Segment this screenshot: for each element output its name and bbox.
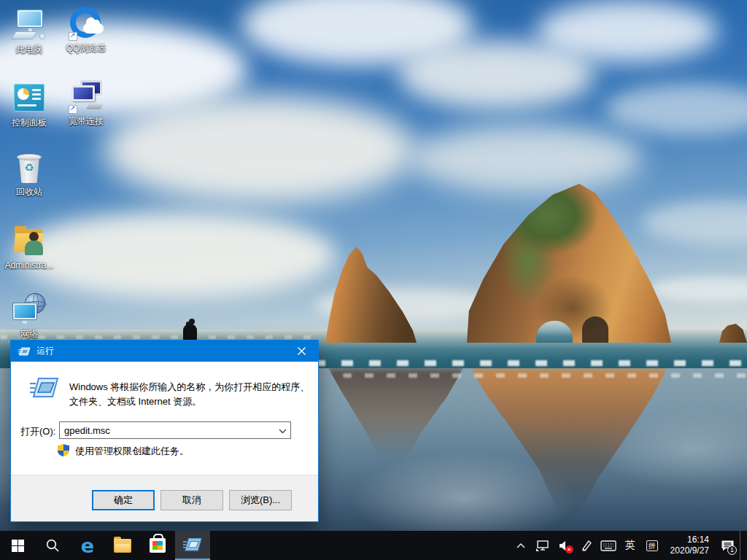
clock-date: 2020/9/27 [670,545,709,556]
network-icon [535,540,550,552]
run-window-icon [18,346,31,357]
ime-mode-indicator[interactable]: 拼 [643,531,662,560]
search-icon [46,539,59,552]
run-icon [183,537,202,552]
uac-shield-icon [58,444,69,456]
cloud [536,0,719,62]
start-button[interactable] [0,531,35,560]
run-dialog-description: Windows 将根据你所输入的名称，为你打开相应的程序、文件夹、文档或 Int… [69,380,314,409]
taskbar: e [0,531,747,560]
run-dialog-title: 运行 [36,345,54,357]
desktop-icon-recycle-bin[interactable]: ♻ 回收站 [1,151,57,197]
notification-badge: 1 [727,545,737,555]
run-dialog-titlebar[interactable]: 运行 [11,341,318,362]
taskbar-clock[interactable]: 16:14 2020/9/27 [665,534,715,556]
admin-privileges-note: 使用管理权限创建此任务。 [75,445,189,458]
user-folder-icon [12,225,47,258]
browse-button[interactable]: 浏览(B)... [229,490,292,510]
chevron-up-icon [516,543,525,548]
close-icon [298,347,306,355]
windows-logo-icon [12,540,24,552]
cancel-button[interactable]: 取消 [160,490,223,510]
close-button[interactable] [285,341,318,362]
keyboard-icon [600,540,616,551]
chevron-down-icon[interactable] [274,424,290,437]
control-panel-icon [12,82,47,115]
desktop-icon-label: 控制面板 [1,117,57,128]
desktop-icon-label: 网络 [1,329,57,339]
desktop-icon-label: 宽带连接 [58,116,114,126]
touch-keyboard-button[interactable] [599,531,618,560]
store-button[interactable] [140,531,175,560]
desktop-icon-label: QQ浏览器 [58,43,114,53]
show-desktop-button[interactable] [740,531,744,560]
run-dialog: 运行 Windows 将根据你所输入的名称，为你打开相应的程序、文件夹、文档或 … [10,340,319,522]
search-button[interactable] [35,531,70,560]
desktop-icon-qq-browser[interactable]: QQ浏览器 [58,7,114,53]
desktop-icon-label: 此电脑 [1,44,57,55]
desktop-icon-label: Administra... [1,260,57,271]
mute-badge: × [565,545,573,553]
this-pc-icon [12,9,47,42]
ime-language-indicator[interactable]: 英 [621,531,640,560]
desktop-icon-broadband[interactable]: 宽带连接 [58,80,114,126]
hidden-icons-button[interactable] [511,531,530,560]
desktop: 此电脑 QQ浏览器 控制面板 宽带连接 ♻ 回收站 Administra... [0,0,747,560]
wave-foam [314,360,747,366]
open-combobox[interactable]: gpedit.msc [59,421,291,439]
network-tray-button[interactable] [533,531,552,560]
edge-icon: e [81,536,94,556]
network-icon [12,293,47,327]
desktop-icon-this-pc[interactable]: 此电脑 [1,9,57,55]
broadband-icon [69,80,104,114]
desktop-icon-admin-folder[interactable]: Administra... [1,225,57,271]
wave-foam [343,373,747,378]
ime-mode-label: 拼 [646,540,658,551]
qq-browser-icon [69,7,104,41]
open-combobox-value[interactable]: gpedit.msc [60,425,274,436]
edge-button[interactable]: e [70,531,105,560]
file-explorer-button[interactable] [105,531,140,560]
folder-icon [114,539,131,553]
volume-tray-button[interactable]: × [555,531,574,560]
cloud [409,124,642,193]
store-icon [150,538,166,553]
desktop-icon-control-panel[interactable]: 控制面板 [1,82,57,128]
cloud [15,211,336,299]
run-icon [30,377,59,399]
pen-tray-button[interactable] [577,531,596,560]
system-tray: × 英 拼 [511,531,747,560]
ime-language-label: 英 [625,539,635,552]
person-silhouette [183,324,197,341]
desktop-icon-network[interactable]: 网络 [1,293,57,339]
clock-time: 16:14 [670,534,709,545]
dialog-footer: 确定 取消 浏览(B)... [11,475,318,521]
recycle-bin-icon: ♻ [12,151,47,184]
rock-cave [582,316,608,343]
ok-button[interactable]: 确定 [92,490,155,510]
pen-icon [581,540,592,551]
desktop-icon-label: 回收站 [1,187,57,197]
taskbar-run-window[interactable] [175,531,210,560]
cloud [102,95,416,204]
open-label: 打开(O): [20,425,55,438]
action-center-button[interactable]: 1 [718,531,737,560]
